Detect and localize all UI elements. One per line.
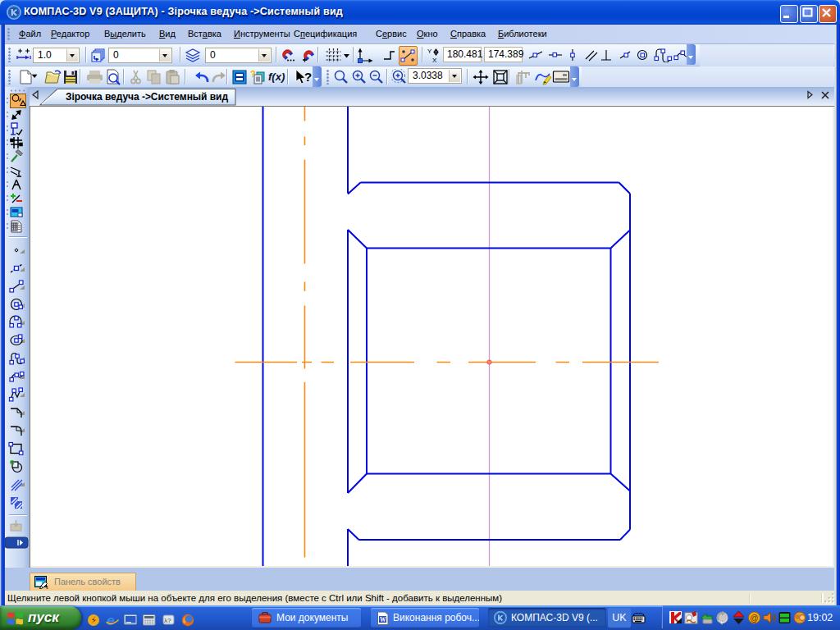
svg-text:Зірочка ведуча ->Системный вид: Зірочка ведуча ->Системный вид xyxy=(66,91,228,103)
svg-text:W: W xyxy=(380,616,386,623)
svg-text:Y: Y xyxy=(427,48,432,55)
svg-text:λ?: λ? xyxy=(164,617,171,624)
svg-text:?: ? xyxy=(304,70,312,84)
svg-text:?: ? xyxy=(250,69,256,79)
svg-text:e: e xyxy=(107,614,114,628)
svg-text:@: @ xyxy=(751,614,759,623)
svg-text:X: X xyxy=(432,57,437,63)
